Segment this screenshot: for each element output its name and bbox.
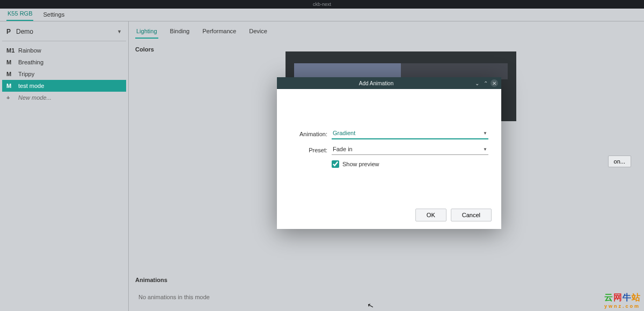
chevron-down-icon: ▼ bbox=[117, 29, 122, 34]
preset-select[interactable]: Fade in ▼ bbox=[332, 145, 488, 155]
cancel-button[interactable]: Cancel bbox=[451, 209, 492, 221]
profile-dropdown[interactable]: P Demo ▼ bbox=[2, 26, 126, 41]
sub-tabs: Lighting Binding Performance Device bbox=[133, 21, 640, 39]
mode-item-breathing[interactable]: M Breathing bbox=[2, 56, 126, 68]
tab-device[interactable]: K55 RGB bbox=[6, 8, 33, 21]
subtab-lighting[interactable]: Lighting bbox=[135, 26, 158, 39]
dialog-title: Add Animation bbox=[280, 80, 472, 86]
animation-label: Animation: bbox=[290, 131, 327, 137]
animations-heading: Animations bbox=[133, 269, 215, 286]
chevron-down-icon: ▼ bbox=[483, 131, 487, 136]
mode-item-rainbow[interactable]: M1 Rainbow bbox=[2, 45, 126, 56]
subtab-device[interactable]: Device bbox=[248, 26, 268, 39]
dialog-titlebar[interactable]: Add Animation ⌄ ⌃ ✕ bbox=[277, 77, 501, 89]
animations-empty-text: No animations in this mode bbox=[133, 286, 215, 300]
chevron-down-icon: ▼ bbox=[483, 147, 487, 152]
mode-item-test-mode[interactable]: M test mode bbox=[2, 80, 126, 92]
show-preview-checkbox[interactable] bbox=[332, 160, 339, 168]
watermark: 云网牛站 ywnz.com bbox=[604, 292, 641, 309]
animation-select[interactable]: Gradient ▼ bbox=[332, 129, 488, 139]
minimize-icon[interactable]: ⌄ bbox=[473, 79, 481, 87]
ok-button[interactable]: OK bbox=[415, 209, 447, 221]
profile-prefix: P bbox=[6, 28, 11, 35]
add-animation-dialog: Add Animation ⌄ ⌃ ✕ Animation: Gradient … bbox=[277, 77, 501, 229]
profile-name: Demo bbox=[16, 28, 33, 35]
mode-item-trippy[interactable]: M Trippy bbox=[2, 68, 126, 80]
preset-label: Preset: bbox=[290, 147, 327, 153]
show-preview-label: Show preview bbox=[342, 161, 379, 167]
window-titlebar: ckb-next bbox=[0, 0, 644, 9]
sidebar: P Demo ▼ M1 Rainbow M Breathing M Trippy… bbox=[0, 21, 129, 311]
top-tabs: K55 RGB Settings bbox=[0, 9, 644, 21]
new-mode-button[interactable]: + New mode... bbox=[2, 92, 126, 103]
close-icon[interactable]: ✕ bbox=[491, 79, 498, 87]
tab-settings[interactable]: Settings bbox=[42, 9, 65, 21]
plus-icon: + bbox=[6, 94, 18, 101]
subtab-binding[interactable]: Binding bbox=[169, 26, 191, 39]
new-animation-button-partial[interactable]: on... bbox=[608, 156, 631, 167]
window-title: ckb-next bbox=[313, 2, 331, 7]
maximize-icon[interactable]: ⌃ bbox=[482, 79, 489, 87]
subtab-performance[interactable]: Performance bbox=[201, 26, 237, 39]
